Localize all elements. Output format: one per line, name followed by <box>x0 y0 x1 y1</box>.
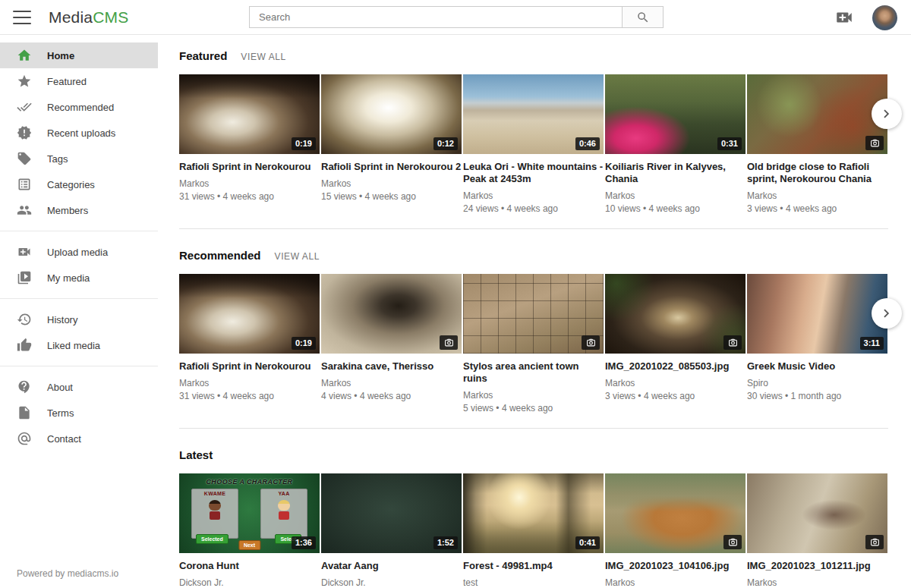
media-title[interactable]: Stylos area ancient town ruins <box>463 360 604 385</box>
media-title[interactable]: Rafioli Sprint in Nerokourou <box>179 360 320 373</box>
duration-badge: 1:52 <box>433 536 458 549</box>
media-author[interactable]: Markos <box>605 190 746 201</box>
video-thumbnail[interactable]: CHOOSE A CHARACTERKWAMEYAASelectedNextSe… <box>179 473 320 553</box>
media-card[interactable]: IMG_20201023_101211.jpgMarkos4 views • 4… <box>747 473 887 588</box>
sidebar-item-about[interactable]: About <box>0 374 158 400</box>
sidebar-divider <box>0 366 158 366</box>
media-author[interactable]: Markos <box>179 378 320 388</box>
video-thumbnail[interactable]: 0:31 <box>605 74 746 154</box>
media-title[interactable]: Koiliaris River in Kalyves, Chania <box>605 161 746 185</box>
sidebar-item-categories[interactable]: Categories <box>0 171 158 197</box>
media-title[interactable]: Sarakina cave, Therisso <box>321 360 462 373</box>
media-title[interactable]: Corona Hunt <box>179 560 320 572</box>
video-thumbnail[interactable] <box>605 473 746 553</box>
selected-button: Selected <box>196 534 229 544</box>
section-title: Featured <box>179 49 227 62</box>
video-thumbnail[interactable]: 1:52 <box>321 473 462 553</box>
media-card[interactable]: 3:11Greek Music VideoSpiro30 views • 1 m… <box>747 274 887 413</box>
media-title[interactable]: Greek Music Video <box>747 360 887 373</box>
upload-media-icon <box>17 244 32 259</box>
media-card[interactable]: 0:41Forest - 49981.mp4test17 views • 3 w… <box>463 473 604 588</box>
video-thumbnail[interactable]: 0:19 <box>179 274 320 354</box>
section-title: Recommended <box>179 249 261 262</box>
powered-by-text: Powered by mediacms.io <box>17 568 118 579</box>
media-card[interactable]: Stylos area ancient town ruinsMarkos5 vi… <box>463 274 604 413</box>
media-card[interactable]: IMG_20201023_104106.jpgMarkos4 views • 4… <box>605 473 746 588</box>
media-card[interactable]: IMG_20201022_085503.jpgMarkos3 views • 4… <box>605 274 746 413</box>
hamburger-menu-icon[interactable] <box>13 11 31 24</box>
video-thumbnail[interactable]: 0:19 <box>179 74 320 154</box>
media-card[interactable]: 0:19Rafioli Sprint in NerokourouMarkos31… <box>179 274 320 413</box>
media-card[interactable]: 1:52Avatar AangDickson Jr.12 views • 1 w… <box>321 473 462 588</box>
sidebar-item-home[interactable]: Home <box>0 42 158 68</box>
media-title[interactable]: IMG_20201023_104106.jpg <box>605 560 746 572</box>
media-author[interactable]: Markos <box>463 190 604 201</box>
sidebar-item-label: Tags <box>47 153 68 165</box>
media-title[interactable]: Avatar Aang <box>321 560 462 572</box>
search-button[interactable] <box>622 7 663 27</box>
upload-video-icon[interactable] <box>834 8 854 27</box>
media-author[interactable]: test <box>463 577 604 588</box>
video-thumbnail[interactable] <box>747 74 887 154</box>
media-author[interactable]: Dickson Jr. <box>179 577 320 588</box>
sidebar-item-terms[interactable]: Terms <box>0 400 158 426</box>
media-title[interactable]: Old bridge close to Rafioli sprint, Nero… <box>747 161 887 185</box>
video-thumbnail[interactable] <box>605 274 746 354</box>
media-title[interactable]: Forest - 49981.mp4 <box>463 560 604 572</box>
media-author[interactable]: Markos <box>321 178 462 189</box>
media-card[interactable]: 0:46Leuka Ori - White mountains - Peak a… <box>463 74 604 214</box>
media-title[interactable]: Leuka Ori - White mountains - Peak at 24… <box>463 161 604 185</box>
media-card[interactable]: 0:31Koiliaris River in Kalyves, ChaniaMa… <box>605 74 746 214</box>
media-title[interactable]: IMG_20201022_085503.jpg <box>605 360 746 373</box>
media-row: 0:19Rafioli Sprint in NerokourouMarkos31… <box>179 274 888 413</box>
sidebar-item-contact[interactable]: Contact <box>0 426 158 451</box>
carousel-next-button[interactable] <box>872 99 902 129</box>
media-author[interactable]: Markos <box>605 577 746 588</box>
view-all-link[interactable]: VIEW ALL <box>241 52 286 62</box>
view-all-link[interactable]: VIEW ALL <box>275 251 320 262</box>
video-thumbnail[interactable]: 3:11 <box>747 274 887 354</box>
media-card[interactable]: 0:12Rafioli Sprint in Nerokourou 2Markos… <box>321 74 462 214</box>
video-thumbnail[interactable]: 0:12 <box>321 74 462 154</box>
media-card[interactable]: Sarakina cave, TherissoMarkos4 views • 4… <box>321 274 462 413</box>
video-thumbnail[interactable] <box>463 274 604 354</box>
media-author[interactable]: Markos <box>179 178 320 189</box>
sidebar-item-label: Home <box>47 50 74 61</box>
sidebar-item-featured[interactable]: Featured <box>0 68 158 94</box>
video-thumbnail[interactable]: 0:46 <box>463 74 604 154</box>
media-author[interactable]: Dickson Jr. <box>321 577 462 588</box>
sidebar-item-liked-media[interactable]: Liked media <box>0 332 158 358</box>
media-author[interactable]: Markos <box>605 378 746 388</box>
sidebar-item-tags[interactable]: Tags <box>0 146 158 171</box>
sidebar-item-members[interactable]: Members <box>0 197 158 223</box>
media-author[interactable]: Markos <box>463 390 604 401</box>
search-input[interactable] <box>250 7 622 27</box>
media-author[interactable]: Markos <box>747 577 887 588</box>
media-meta: 10 views • 4 weeks ago <box>605 203 746 214</box>
media-author[interactable]: Markos <box>321 378 462 388</box>
media-meta: 3 views • 4 weeks ago <box>747 203 887 214</box>
sidebar-item-history[interactable]: History <box>0 307 158 332</box>
sidebar-item-label: About <box>47 382 73 393</box>
video-thumbnail[interactable]: 0:41 <box>463 473 604 553</box>
sidebar-item-my-media[interactable]: My media <box>0 265 158 291</box>
sidebar-item-recommended[interactable]: Recommended <box>0 94 158 120</box>
media-author[interactable]: Markos <box>747 190 887 201</box>
sidebar-item-upload-media[interactable]: Upload media <box>0 239 158 265</box>
media-author[interactable]: Spiro <box>747 378 887 388</box>
carousel-next-button[interactable] <box>872 298 902 329</box>
media-title[interactable]: Rafioli Sprint in Nerokourou <box>179 161 320 173</box>
video-thumbnail[interactable] <box>321 274 462 354</box>
media-meta: 4 views • 4 weeks ago <box>321 391 462 401</box>
media-title[interactable]: IMG_20201023_101211.jpg <box>747 560 887 572</box>
app-logo[interactable]: MediaCMS <box>49 8 128 27</box>
media-card[interactable]: 0:19Rafioli Sprint in NerokourouMarkos31… <box>179 74 320 214</box>
user-avatar[interactable] <box>872 5 897 30</box>
sidebar-item-label: History <box>47 314 77 325</box>
media-title[interactable]: Rafioli Sprint in Nerokourou 2 <box>321 161 462 173</box>
sidebar-item-label: Members <box>47 205 88 216</box>
media-card[interactable]: Old bridge close to Rafioli sprint, Nero… <box>747 74 887 214</box>
video-thumbnail[interactable] <box>747 473 887 553</box>
sidebar-item-recent-uploads[interactable]: Recent uploads <box>0 120 158 146</box>
media-card[interactable]: CHOOSE A CHARACTERKWAMEYAASelectedNextSe… <box>179 473 320 588</box>
